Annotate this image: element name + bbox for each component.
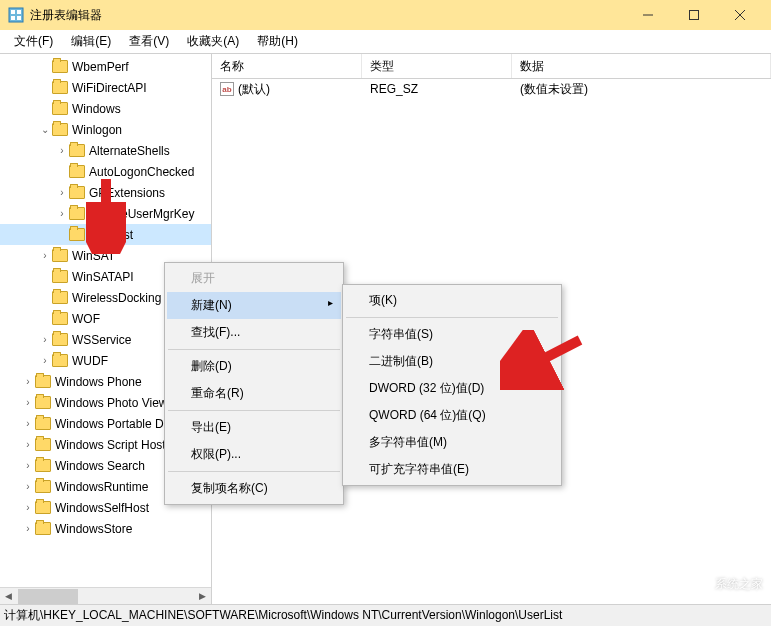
watermark: 系统之家 <box>677 570 763 598</box>
window-controls <box>625 0 763 30</box>
svg-line-12 <box>512 340 580 375</box>
folder-icon <box>52 60 68 73</box>
menu-item[interactable]: 项(K) <box>345 287 559 314</box>
expand-icon[interactable]: › <box>21 460 35 471</box>
context-menu[interactable]: 展开新建(N)查找(F)...删除(D)重命名(R)导出(E)权限(P)...复… <box>164 262 344 505</box>
menu-item: 展开 <box>167 265 341 292</box>
expand-icon[interactable]: › <box>55 208 69 219</box>
tree-item[interactable]: ›Windows <box>0 98 211 119</box>
folder-icon <box>35 375 51 388</box>
tree-item-label: WindowsRuntime <box>55 480 148 494</box>
folder-icon <box>35 522 51 535</box>
menu-item[interactable]: 权限(P)... <box>167 441 341 468</box>
folder-icon <box>35 417 51 430</box>
folder-icon <box>52 102 68 115</box>
col-name[interactable]: 名称 <box>212 54 362 78</box>
menu-file[interactable]: 文件(F) <box>6 31 61 52</box>
list-row[interactable]: ab (默认) REG_SZ (数值未设置) <box>212 79 771 99</box>
scroll-right-icon[interactable]: ▶ <box>194 588 211 605</box>
expand-icon[interactable]: › <box>21 439 35 450</box>
menu-separator <box>168 471 340 472</box>
folder-icon <box>52 354 68 367</box>
folder-icon <box>52 81 68 94</box>
folder-icon <box>35 396 51 409</box>
expand-icon[interactable]: › <box>21 418 35 429</box>
tree-scrollbar-h[interactable]: ◀ ▶ <box>0 587 211 604</box>
value-name: (默认) <box>238 81 270 98</box>
expand-icon[interactable]: › <box>55 145 69 156</box>
expand-icon[interactable]: › <box>21 397 35 408</box>
tree-item[interactable]: ›AlternateShells <box>0 140 211 161</box>
menu-item[interactable]: 查找(F)... <box>167 319 341 346</box>
minimize-button[interactable] <box>625 0 671 30</box>
list-header: 名称 类型 数据 <box>212 54 771 79</box>
expand-icon[interactable]: › <box>38 355 52 366</box>
folder-icon <box>52 291 68 304</box>
folder-icon <box>35 459 51 472</box>
tree-item-label: WbemPerf <box>72 60 129 74</box>
tree-item[interactable]: ›WbemPerf <box>0 56 211 77</box>
menu-separator <box>168 410 340 411</box>
scroll-left-icon[interactable]: ◀ <box>0 588 17 605</box>
expand-icon[interactable]: › <box>21 481 35 492</box>
col-type[interactable]: 类型 <box>362 54 512 78</box>
expand-icon[interactable]: › <box>55 187 69 198</box>
window-title: 注册表编辑器 <box>30 7 625 24</box>
menu-item[interactable]: 导出(E) <box>167 414 341 441</box>
folder-icon <box>69 186 85 199</box>
col-data[interactable]: 数据 <box>512 54 771 78</box>
expand-icon[interactable]: › <box>21 523 35 534</box>
status-path: 计算机\HKEY_LOCAL_MACHINE\SOFTWARE\Microsof… <box>4 607 562 624</box>
menu-view[interactable]: 查看(V) <box>121 31 177 52</box>
folder-icon <box>69 144 85 157</box>
tree-item-label: WindowsSelfHost <box>55 501 149 515</box>
tree-item[interactable]: ⌄Winlogon <box>0 119 211 140</box>
tree-item-label: WiFiDirectAPI <box>72 81 147 95</box>
statusbar: 计算机\HKEY_LOCAL_MACHINE\SOFTWARE\Microsof… <box>0 604 771 626</box>
menu-favorites[interactable]: 收藏夹(A) <box>179 31 247 52</box>
tree-item-label: AlternateShells <box>89 144 170 158</box>
menu-item[interactable]: 多字符串值(M) <box>345 429 559 456</box>
folder-icon <box>35 501 51 514</box>
menu-item[interactable]: 重命名(R) <box>167 380 341 407</box>
tree-item-label: WUDF <box>72 354 108 368</box>
titlebar: 注册表编辑器 <box>0 0 771 30</box>
svg-rect-1 <box>11 10 15 14</box>
tree-item-label: WirelessDocking <box>72 291 161 305</box>
menu-help[interactable]: 帮助(H) <box>249 31 306 52</box>
svg-rect-6 <box>690 11 699 20</box>
menu-item[interactable]: 可扩充字符串值(E) <box>345 456 559 483</box>
tree-item-label: Windows Phone <box>55 375 142 389</box>
tree-item-label: Windows Search <box>55 459 145 473</box>
folder-icon <box>52 270 68 283</box>
annotation-arrow-userlist <box>86 174 126 254</box>
menubar: 文件(F) 编辑(E) 查看(V) 收藏夹(A) 帮助(H) <box>0 30 771 54</box>
menu-item[interactable]: QWORD (64 位)值(Q) <box>345 402 559 429</box>
scroll-thumb[interactable] <box>18 589 78 604</box>
menu-edit[interactable]: 编辑(E) <box>63 31 119 52</box>
tree-item-label: Windows <box>72 102 121 116</box>
expand-icon[interactable]: › <box>21 502 35 513</box>
folder-icon <box>52 123 68 136</box>
tree-item[interactable]: ›WiFiDirectAPI <box>0 77 211 98</box>
tree-item-label: Windows Photo Viewer <box>55 396 178 410</box>
tree-item-label: WSService <box>72 333 131 347</box>
menu-separator <box>168 349 340 350</box>
expand-icon[interactable]: › <box>21 376 35 387</box>
menu-item[interactable]: 复制项名称(C) <box>167 475 341 502</box>
tree-item-label: WOF <box>72 312 100 326</box>
menu-separator <box>346 317 558 318</box>
folder-icon <box>52 312 68 325</box>
menu-item[interactable]: 删除(D) <box>167 353 341 380</box>
folder-icon <box>69 165 85 178</box>
maximize-button[interactable] <box>671 0 717 30</box>
expand-icon[interactable]: › <box>38 334 52 345</box>
svg-rect-2 <box>17 10 21 14</box>
reg-string-icon: ab <box>220 82 234 96</box>
close-button[interactable] <box>717 0 763 30</box>
tree-item[interactable]: ›WindowsStore <box>0 518 211 539</box>
menu-item[interactable]: 新建(N) <box>167 292 341 319</box>
folder-icon <box>35 438 51 451</box>
expand-icon[interactable]: › <box>38 250 52 261</box>
collapse-icon[interactable]: ⌄ <box>38 124 52 135</box>
